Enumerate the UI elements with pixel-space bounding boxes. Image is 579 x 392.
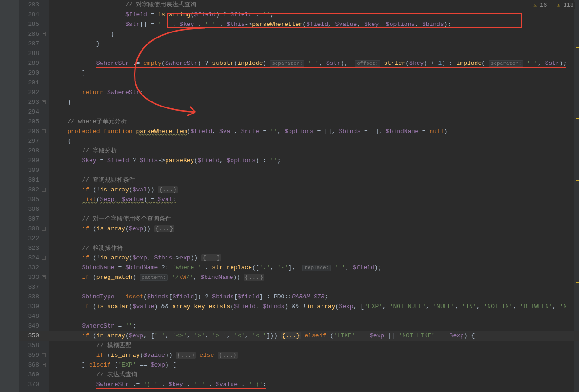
- gutter-line[interactable]: 368: [19, 360, 49, 370]
- code-line[interactable]: $whereStr = '';: [49, 321, 579, 331]
- gutter-line[interactable]: 306: [19, 204, 49, 214]
- gutter-line[interactable]: 338: [19, 292, 49, 302]
- code-line[interactable]: if (!is_array($val)) {...}: [49, 185, 579, 195]
- gutter-line[interactable]: 300: [19, 165, 49, 175]
- gutter-line[interactable]: 290: [19, 68, 49, 78]
- code-line[interactable]: if (is_array($value)) {...} else {...}: [49, 350, 579, 360]
- code-line[interactable]: {: [49, 136, 579, 146]
- gutter-line[interactable]: 358: [19, 341, 49, 350]
- gutter-line[interactable]: 286: [19, 29, 49, 39]
- code-panel[interactable]: ⚠ 16 ⚠ 118 // 对字段使用表达式查询 $field = is_str…: [49, 0, 579, 392]
- gutter-line[interactable]: 307: [19, 214, 49, 224]
- gutter-line[interactable]: 349: [19, 321, 49, 331]
- gutter-line[interactable]: 297: [19, 136, 49, 146]
- gutter-line[interactable]: 324: [19, 253, 49, 263]
- gutter-line[interactable]: 371: [19, 389, 49, 392]
- code-line[interactable]: return $whereStr;: [49, 88, 579, 97]
- gutter-line[interactable]: 323: [19, 243, 49, 253]
- code-line[interactable]: }: [49, 97, 579, 107]
- gutter-line[interactable]: 370: [19, 379, 49, 389]
- gutter-line[interactable]: 291: [19, 78, 49, 88]
- inspection-summary[interactable]: ⚠ 16 ⚠ 118: [532, 2, 576, 9]
- code-line[interactable]: protected function parseWhereItem($field…: [49, 126, 579, 136]
- gutter-line[interactable]: 369: [19, 370, 49, 379]
- gutter-line[interactable]: 284: [19, 10, 49, 19]
- code-line[interactable]: [49, 78, 579, 88]
- gutter[interactable]: 2832842852862872882892902912922932942952…: [19, 0, 49, 392]
- gutter-line[interactable]: 333: [19, 272, 49, 282]
- gutter-line[interactable]: 322: [19, 234, 49, 243]
- code-line[interactable]: $field = is_string($field) ? $field : ''…: [49, 10, 579, 19]
- warning-icon: ⚠: [557, 2, 560, 9]
- gutter-line[interactable]: 337: [19, 282, 49, 292]
- warning-icon: ⚠: [534, 2, 537, 9]
- code-line[interactable]: $bindType = isset($binds[$field]) ? $bin…: [49, 292, 579, 302]
- code-line[interactable]: $key = $field ? $this->parseKey($field, …: [49, 156, 579, 165]
- code-line[interactable]: // 检测操作符: [49, 243, 579, 253]
- code-line[interactable]: $whereStr .= '( ' . $key . ' ' . $value …: [49, 379, 579, 389]
- code-line[interactable]: $bindName = $bindName ?: 'where_' . str_…: [49, 263, 579, 272]
- code-line[interactable]: if (is_scalar($value) && array_key_exist…: [49, 302, 579, 311]
- code-line[interactable]: }: [49, 39, 579, 49]
- gutter-line[interactable]: 348: [19, 311, 49, 321]
- gutter-line[interactable]: 295: [19, 117, 49, 126]
- code-line[interactable]: [49, 165, 579, 175]
- project-stripe: [0, 0, 19, 392]
- gutter-line[interactable]: 283: [19, 0, 49, 10]
- code-line[interactable]: $whereStr .= empty($whereStr) ? substr(i…: [49, 58, 579, 68]
- code-line[interactable]: if (!in_array($exp, $this->exp)) {...}: [49, 253, 579, 263]
- code-line[interactable]: // 字段分析: [49, 146, 579, 156]
- gutter-line[interactable]: 301: [19, 175, 49, 185]
- code-line[interactable]: // 对一个字段使用多个查询条件: [49, 214, 579, 224]
- gutter-line[interactable]: 339: [19, 302, 49, 311]
- gutter-line[interactable]: 287: [19, 39, 49, 49]
- warning-count: 16: [540, 2, 547, 9]
- gutter-line[interactable]: 302: [19, 185, 49, 195]
- gutter-line[interactable]: 294: [19, 107, 49, 117]
- error-count: 118: [563, 2, 573, 9]
- gutter-line[interactable]: 299: [19, 156, 49, 165]
- code-line[interactable]: [49, 107, 579, 117]
- code-line[interactable]: [49, 282, 579, 292]
- text-caret: [207, 98, 207, 106]
- code-line[interactable]: }: [49, 29, 579, 39]
- code-line[interactable]: if (in_array($exp, ['=', '<>', '>', '>='…: [49, 331, 579, 341]
- gutter-line[interactable]: 298: [19, 146, 49, 156]
- gutter-line[interactable]: 332: [19, 263, 49, 272]
- code-line[interactable]: list($exp, $value) = $val;: [49, 195, 579, 204]
- gutter-line[interactable]: 289: [19, 58, 49, 68]
- gutter-line[interactable]: 350: [19, 331, 49, 341]
- gutter-line[interactable]: 308: [19, 224, 49, 234]
- code-line[interactable]: // where子单元分析: [49, 117, 579, 126]
- gutter-line[interactable]: 292: [19, 88, 49, 97]
- code-line[interactable]: // 对字段使用表达式查询: [49, 0, 579, 10]
- gutter-line[interactable]: 296: [19, 126, 49, 136]
- code-line[interactable]: [49, 49, 579, 58]
- gutter-line[interactable]: 288: [19, 49, 49, 58]
- code-line[interactable]: // 表达式查询: [49, 370, 579, 379]
- code-line[interactable]: } elseif (in_array($exp, ['NOT NULL', 'N…: [49, 389, 579, 392]
- gutter-line[interactable]: 359: [19, 350, 49, 360]
- code-line[interactable]: [49, 204, 579, 214]
- code-line[interactable]: if (preg_match( pattern: '/\W/', $bindNa…: [49, 272, 579, 282]
- gutter-line[interactable]: 285: [19, 19, 49, 29]
- gutter-line[interactable]: 305: [19, 195, 49, 204]
- code-line[interactable]: }: [49, 68, 579, 78]
- code-line[interactable]: if (is_array($exp)) {...}: [49, 224, 579, 234]
- code-line[interactable]: [49, 234, 579, 243]
- gutter-line[interactable]: 293: [19, 97, 49, 107]
- code-editor[interactable]: 2832842852862872882892902912922932942952…: [0, 0, 579, 392]
- code-line[interactable]: // 模糊匹配: [49, 341, 579, 350]
- code-line[interactable]: $str[] = ' ' . $key . ' ' . $this->parse…: [49, 19, 579, 29]
- code-line[interactable]: } elseif ('EXP' == $exp) {: [49, 360, 579, 370]
- code-line[interactable]: // 查询规则和条件: [49, 175, 579, 185]
- code-line[interactable]: [49, 311, 579, 321]
